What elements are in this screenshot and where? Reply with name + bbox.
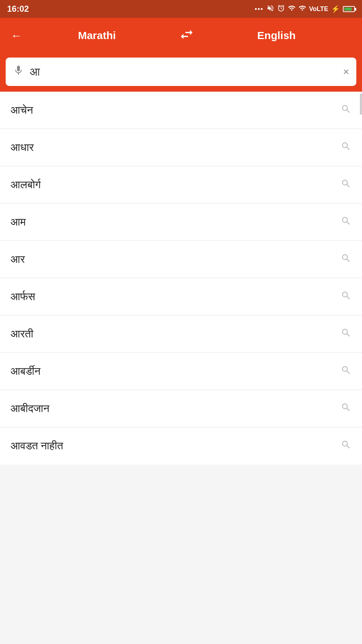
search-icon <box>341 178 351 191</box>
suggestion-item[interactable]: आर <box>0 241 362 278</box>
search-icon <box>341 216 351 229</box>
status-icons: ••• VoLTE ⚡ <box>255 4 355 13</box>
microphone-icon[interactable] <box>13 65 24 79</box>
suggestion-item[interactable]: आचेन <box>0 92 362 129</box>
suggestion-text: आर्फस <box>11 291 35 303</box>
search-input[interactable] <box>30 65 337 79</box>
suggestion-list: आचेन आधार आलबोर्ग आम आर आर्फस आरती आबर्ड… <box>0 92 362 465</box>
charging-icon: ⚡ <box>331 5 340 13</box>
mute-icon <box>267 4 274 13</box>
search-box: × <box>6 58 356 86</box>
source-language[interactable]: Marathi <box>22 29 172 42</box>
search-icon <box>341 439 351 453</box>
suggestion-text: आर <box>11 253 25 266</box>
dots-icon: ••• <box>255 5 264 13</box>
suggestion-list-wrapper: आचेन आधार आलबोर्ग आम आर आर्फस आरती आबर्ड… <box>0 92 362 465</box>
suggestion-item[interactable]: आवडत नाहीत <box>0 427 362 465</box>
suggestion-item[interactable]: आलबोर्ग <box>0 166 362 204</box>
signal2-icon <box>298 4 306 13</box>
volte-label: VoLTE <box>309 5 328 13</box>
suggestion-item[interactable]: आम <box>0 204 362 241</box>
back-button[interactable]: ← <box>11 29 22 42</box>
search-icon <box>341 328 351 341</box>
alarm-icon <box>277 4 285 13</box>
status-time: 16:02 <box>7 4 29 14</box>
target-language[interactable]: English <box>202 29 351 42</box>
search-container: × <box>0 53 362 92</box>
suggestion-text: आवडत नाहीत <box>11 440 63 452</box>
suggestion-item[interactable]: आधार <box>0 129 362 166</box>
search-icon <box>341 290 351 303</box>
scroll-indicator <box>360 93 362 115</box>
suggestion-text: आलबोर्ग <box>11 179 41 191</box>
search-icon <box>341 365 351 378</box>
suggestion-item[interactable]: आबीदजान <box>0 390 362 427</box>
search-icon <box>341 141 351 154</box>
search-icon <box>341 253 351 266</box>
suggestion-item[interactable]: आर्फस <box>0 278 362 315</box>
signal-icon <box>288 4 296 13</box>
suggestion-text: आधार <box>11 141 34 154</box>
search-icon <box>341 104 351 117</box>
search-icon <box>341 402 351 415</box>
swap-languages-button[interactable] <box>179 27 194 45</box>
app-header: ← Marathi English <box>0 18 362 53</box>
suggestion-text: आबीदजान <box>11 402 49 415</box>
status-bar: 16:02 ••• VoLTE ⚡ <box>0 0 362 18</box>
clear-button[interactable]: × <box>343 66 349 78</box>
suggestion-item[interactable]: आरती <box>0 315 362 353</box>
suggestion-text: आरती <box>11 328 33 340</box>
suggestion-item[interactable]: आबर्डीन <box>0 353 362 390</box>
suggestion-text: आचेन <box>11 104 33 117</box>
suggestion-text: आबर्डीन <box>11 365 40 378</box>
suggestion-text: आम <box>11 216 26 228</box>
battery-icon <box>343 6 355 12</box>
